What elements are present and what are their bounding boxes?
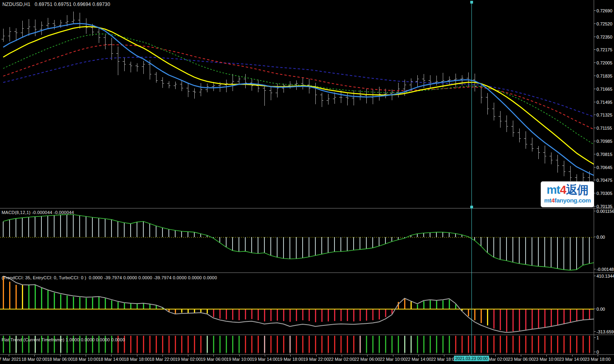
price-tick-label: 0.72520: [596, 21, 612, 26]
macd-signal-line: [3, 215, 594, 271]
macd-histogram: [3, 215, 594, 271]
time-tick-label: 19 Mar 10:00: [226, 357, 252, 362]
price-tick-label: 0.71665: [596, 87, 612, 91]
time-tick-label: 22 Mar 02:00: [329, 357, 354, 362]
time-tick-label: 23 Mar 14:00: [559, 357, 585, 362]
time-tick-label: 18 Mar 02:00: [22, 357, 47, 362]
price-tick-label: 0.72350: [596, 35, 612, 39]
separator-macd-cci[interactable]: [0, 273, 614, 273]
cci-histogram: [3, 276, 594, 332]
main-price-pane[interactable]: [0, 0, 594, 208]
time-tick: [495, 355, 496, 356]
time-tick: [111, 355, 111, 356]
time-tick-label: 18 Mar 22:00: [149, 357, 175, 362]
time-tick: [444, 355, 444, 356]
price-tick-label: 0.72175: [596, 47, 612, 52]
price-tick-label: 0.72690: [596, 8, 612, 13]
price-tick-label: 0.72005: [596, 60, 612, 65]
macd-label: MACD(8,12,1) -0.000044 -0.000044: [2, 210, 74, 215]
time-tick-label: 19 Mar 06:00: [201, 357, 227, 362]
cci-pane[interactable]: [0, 273, 594, 335]
time-tick: [598, 355, 598, 356]
time-tick: [342, 355, 342, 356]
cci-trend-line: [3, 276, 594, 333]
logo-4: 4: [560, 183, 566, 196]
flat-axis-bottom: 0: [596, 350, 599, 354]
price-tick-label: 0.70305: [596, 191, 612, 196]
time-tick: [521, 355, 521, 356]
price-axis[interactable]: 0.726900.725200.723500.721750.720050.718…: [594, 0, 614, 354]
price-chart-canvas[interactable]: [0, 0, 594, 208]
ohlc-bars: [2, 12, 594, 189]
cci-axis-bottom: -313.6596: [596, 329, 614, 334]
price-tick-label: 0.71835: [596, 74, 612, 78]
ma-red-dashed: [3, 45, 594, 130]
logo-mt: mt: [547, 183, 560, 196]
time-tick-label: 22 Mar 18:00: [431, 357, 457, 362]
flat-trend-label: Flat Trend (Current Timeframe) 1.0000 0.…: [2, 337, 125, 342]
time-tick: [239, 355, 240, 356]
time-tick-label: 18 Mar 06:00: [47, 357, 73, 362]
macd-canvas[interactable]: [0, 208, 594, 273]
time-tick: [367, 355, 368, 356]
time-tick: [316, 355, 317, 356]
ma-navy-dashed: [3, 57, 594, 117]
time-tick: [162, 355, 163, 356]
time-tick-label: 22 Mar 06:00: [354, 357, 380, 362]
time-tick: [572, 355, 573, 356]
time-axis[interactable]: 17 Mar 202118 Mar 02:0018 Mar 06:0018 Ma…: [0, 355, 614, 364]
time-tick-label: 23 Mar 10:00: [534, 357, 559, 362]
macd-axis-zero: 0.00: [596, 235, 605, 239]
ma-blue: [3, 23, 594, 176]
macd-axis-bottom: -0.00148: [596, 267, 614, 272]
cci-axis-zero: 0.00: [596, 307, 605, 311]
cci-canvas[interactable]: [0, 273, 594, 335]
time-tick: [418, 355, 419, 356]
logo-mt2: mt: [544, 197, 551, 204]
time-tick-label: 19 Mar 22:00: [303, 357, 329, 362]
time-tick: [137, 355, 137, 356]
time-tick-label: 18 Mar 10:00: [72, 357, 98, 362]
time-tick-label: 19 Mar 14:00: [252, 357, 278, 362]
cci-axis-top: 410.1344: [596, 274, 614, 278]
price-tick-label: 0.71495: [596, 100, 612, 105]
crosshair-top-marker: [470, 1, 473, 4]
macd-pane[interactable]: [0, 208, 594, 273]
flat-axis-top: 1: [596, 335, 599, 340]
logo-line1: mt4返佣: [541, 184, 594, 196]
time-tick-label: 22 Mar 10:00: [380, 357, 406, 362]
watermark-logo: mt4返佣 mt4fanyong.com: [541, 181, 594, 207]
price-tick-label: 0.71325: [596, 113, 612, 117]
logo-rest: fanyong.com: [555, 197, 591, 204]
separator-cci-flat[interactable]: [0, 335, 614, 335]
separator-flat-time[interactable]: [0, 354, 614, 355]
logo-line2: mt4fanyong.com: [541, 197, 594, 204]
price-tick-label: 0.70645: [596, 165, 612, 170]
price-axis-separator: [594, 0, 594, 354]
time-tick: [60, 355, 61, 356]
price-tick-label: 0.70985: [596, 139, 612, 144]
time-tick: [86, 355, 86, 356]
time-tick: [9, 355, 9, 356]
time-tick-label: 22 Mar 14:00: [405, 357, 431, 362]
crosshair-bottom-marker: [470, 206, 473, 208]
time-tick-label: 19 Mar 02:00: [175, 357, 201, 362]
price-tick-label: 0.70815: [596, 152, 612, 157]
time-tick-label: 19 Mar 18:00: [278, 357, 303, 362]
time-tick-label: 18 Mar 14:00: [98, 357, 124, 362]
logo-cn: 返佣: [566, 183, 588, 196]
price-tick-label: 0.71155: [596, 126, 612, 130]
time-tick: [265, 355, 265, 356]
time-tick-label: 17 Mar 2021: [0, 357, 21, 362]
price-tick-label: 0.70475: [596, 178, 612, 183]
time-tick-label: 23 Mar 18:00: [585, 357, 610, 362]
separator-main-macd[interactable]: [0, 208, 614, 208]
crosshair-date-badge: 2021.03.23 00:00: [454, 356, 489, 361]
mt4-chart-window: NZDUSD,H1 0.69751 0.69751 0.69694 0.6973…: [0, 0, 614, 364]
time-tick: [188, 355, 188, 356]
time-tick: [393, 355, 393, 356]
time-tick: [546, 355, 547, 356]
time-tick-label: 18 Mar 18:00: [124, 357, 150, 362]
time-tick: [34, 355, 35, 356]
time-tick-label: 23 Mar 06:00: [508, 357, 534, 362]
